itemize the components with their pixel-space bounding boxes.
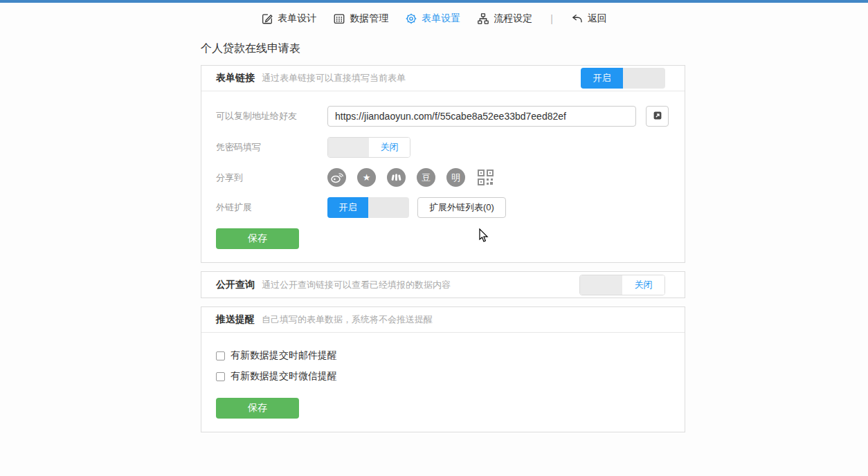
main-nav: 表单设计 数据管理 表单设置 <box>0 3 868 35</box>
panel-push-notice: 推送提醒 自己填写的表单数据，系统将不会推送提醒 有新数据提交时邮件提醒 有新数… <box>201 306 685 432</box>
panel-form-link-header: 表单链接 通过表单链接可以直接填写当前表单 开启 <box>201 66 685 91</box>
tab-data-manage[interactable]: 数据管理 <box>333 12 388 25</box>
password-toggle[interactable]: 关闭 <box>327 137 410 158</box>
copy-link-label: 可以复制地址给好友 <box>216 110 327 122</box>
checkbox-label: 有新数据提交时邮件提醒 <box>230 349 337 362</box>
panel-desc: 通过公开查询链接可以查看已经填报的数据内容 <box>262 279 451 291</box>
copy-link-row: 可以复制地址给好友 <box>216 106 670 127</box>
tab-form-settings[interactable]: 表单设置 <box>405 12 460 25</box>
push-notice-options: 有新数据提交时邮件提醒 有新数据提交时微信提醒 保存 <box>201 333 685 432</box>
form-design-icon <box>261 12 273 25</box>
email-notify-option[interactable]: 有新数据提交时邮件提醒 <box>216 349 670 362</box>
share-icons: ★ 豆 明 <box>327 168 495 187</box>
panel-public-query-header: 公开查询 通过公开查询链接可以查看已经填报的数据内容 关闭 <box>201 272 685 298</box>
form-link-toggle[interactable]: 开启 <box>581 68 665 89</box>
panel-public-query: 公开查询 通过公开查询链接可以查看已经填报的数据内容 关闭 <box>201 271 685 298</box>
tab-label: 表单设置 <box>422 12 460 25</box>
open-link-button[interactable] <box>646 106 669 127</box>
push-notice-save-button[interactable]: 保存 <box>216 398 299 419</box>
nav-divider: | <box>550 13 553 24</box>
panel-desc: 通过表单链接可以直接填写当前表单 <box>262 72 406 84</box>
qzone-icon[interactable]: ★ <box>357 168 376 187</box>
douban-glyph: 豆 <box>422 173 431 182</box>
ming-icon[interactable]: 明 <box>446 168 465 187</box>
renren-icon[interactable] <box>387 168 406 187</box>
checkbox-label: 有新数据提交时微信提醒 <box>230 370 337 383</box>
toggle-on-segment <box>580 275 622 295</box>
toggle-off-segment <box>368 197 409 218</box>
back-arrow-icon <box>571 12 584 25</box>
tab-label: 流程设定 <box>494 12 532 25</box>
open-in-new-window-icon <box>652 110 663 123</box>
data-manage-icon <box>333 12 345 25</box>
back-button[interactable]: 返回 <box>571 12 607 25</box>
ming-glyph: 明 <box>451 173 460 182</box>
gear-icon <box>405 12 417 25</box>
wechat-notify-checkbox[interactable] <box>216 372 225 381</box>
email-notify-checkbox[interactable] <box>216 351 225 360</box>
panel-form-link: 表单链接 通过表单链接可以直接填写当前表单 开启 可以复制地址给好友 <box>201 65 685 263</box>
workflow-icon <box>477 12 489 25</box>
external-link-list-button[interactable]: 扩展外链列表(0) <box>417 197 506 218</box>
page-title: 个人贷款在线申请表 <box>201 42 685 56</box>
password-row: 凭密码填写 关闭 <box>216 137 670 158</box>
toggle-off-segment <box>623 68 665 89</box>
panel-push-notice-header: 推送提醒 自己填写的表单数据，系统将不会推送提醒 <box>201 307 685 333</box>
panel-title: 公开查询 <box>216 279 255 291</box>
share-label: 分享到 <box>216 172 327 184</box>
toggle-on-segment <box>328 138 369 157</box>
panel-title: 表单链接 <box>216 72 255 84</box>
form-url-input[interactable] <box>327 106 636 127</box>
weibo-icon[interactable] <box>327 168 346 187</box>
password-label: 凭密码填写 <box>216 141 327 154</box>
external-link-toggle[interactable]: 开启 <box>327 197 409 218</box>
star-glyph: ★ <box>363 173 371 182</box>
douban-icon[interactable]: 豆 <box>417 168 435 187</box>
qrcode-icon[interactable] <box>476 168 495 187</box>
panel-title: 推送提醒 <box>216 313 255 326</box>
tab-form-design[interactable]: 表单设计 <box>261 12 316 25</box>
toggle-on-label: 开启 <box>327 197 368 218</box>
tab-label: 数据管理 <box>350 12 388 25</box>
toggle-off-label: 关闭 <box>622 275 664 295</box>
toggle-on-label: 开启 <box>581 68 623 89</box>
share-row: 分享到 ★ <box>216 168 670 187</box>
tab-label: 表单设计 <box>278 12 316 25</box>
external-link-row: 外链扩展 开启 扩展外链列表(0) <box>216 197 670 218</box>
panel-desc: 自己填写的表单数据，系统将不会推送提醒 <box>262 313 433 326</box>
wechat-notify-option[interactable]: 有新数据提交时微信提醒 <box>216 370 670 383</box>
external-link-label: 外链扩展 <box>216 201 327 214</box>
tab-workflow[interactable]: 流程设定 <box>477 12 532 25</box>
back-label: 返回 <box>588 12 607 25</box>
public-query-toggle[interactable]: 关闭 <box>579 275 665 295</box>
toggle-off-label: 关闭 <box>369 138 410 157</box>
form-link-save-button[interactable]: 保存 <box>216 228 299 249</box>
